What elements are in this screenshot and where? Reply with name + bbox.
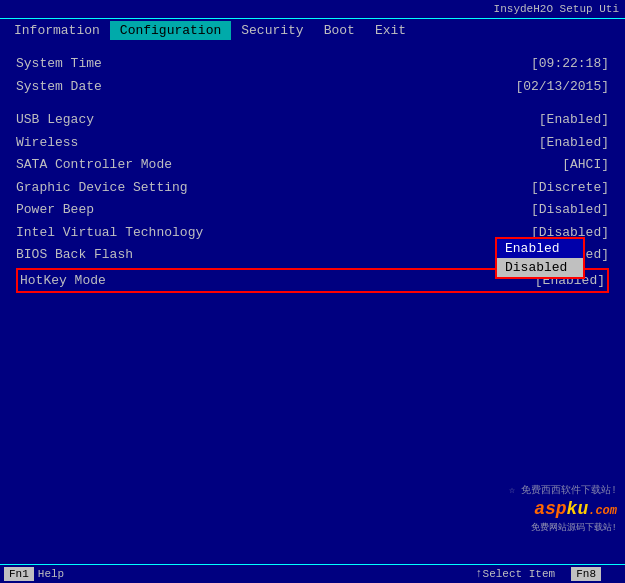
watermark-logo-icon: ☆ (509, 485, 515, 496)
option-disabled[interactable]: Disabled (497, 258, 583, 277)
menu-configuration[interactable]: Configuration (110, 21, 231, 40)
hotkey-dropdown[interactable]: Enabled Disabled (495, 237, 585, 279)
menu-boot[interactable]: Boot (314, 21, 365, 40)
label-intel-vt: Intel Virtual Technology (16, 223, 203, 243)
label-select-item: Select Item (483, 568, 556, 580)
label-system-date: System Date (16, 77, 102, 97)
menu-information[interactable]: Information (4, 21, 110, 40)
watermark-sub-text: 免费网站源码下载站! (531, 521, 617, 534)
key-fn8: Fn8 (571, 567, 601, 581)
label-sata-controller: SATA Controller Mode (16, 155, 172, 175)
value-graphic-device: [Discrete] (531, 178, 609, 198)
value-wireless: [Enabled] (539, 133, 609, 153)
label-system-time: System Time (16, 54, 102, 74)
label-bios-back-flash: BIOS Back Flash (16, 245, 133, 265)
watermark: ☆ 免费西西软件下载站! aspku.com 免费网站源码下载站! (509, 483, 617, 534)
watermark-brand-ku: ku (567, 499, 589, 519)
menu-security[interactable]: Security (231, 21, 313, 40)
watermark-brand-com: .com (588, 504, 617, 518)
row-usb-legacy: USB Legacy [Enabled] (16, 110, 609, 130)
menu-bar: Information Configuration Security Boot … (0, 19, 625, 42)
row-spacer (16, 99, 609, 107)
bottom-bar: Fn1 Help ↑ Select Item Fn8 (0, 564, 625, 583)
row-power-beep: Power Beep [Disabled] (16, 200, 609, 220)
top-bar: InsydeH2O Setup Uti (0, 0, 625, 19)
row-system-date: System Date [02/13/2015] (16, 77, 609, 97)
value-system-date: [02/13/2015] (515, 77, 609, 97)
value-sata-controller: [AHCI] (562, 155, 609, 175)
key-fn1: Fn1 (4, 567, 34, 581)
arrow-up-icon: ↑ (475, 567, 482, 581)
brand-label: InsydeH2O Setup Uti (494, 3, 619, 15)
value-system-time: [09:22:18] (531, 54, 609, 74)
option-enabled[interactable]: Enabled (497, 239, 583, 258)
row-graphic-device: Graphic Device Setting [Discrete] (16, 178, 609, 198)
main-content: System Time [09:22:18] System Date [02/1… (0, 42, 625, 564)
bios-screen: InsydeH2O Setup Uti Information Configur… (0, 0, 625, 583)
menu-exit[interactable]: Exit (365, 21, 416, 40)
label-usb-legacy: USB Legacy (16, 110, 94, 130)
watermark-brand-asp: asp (534, 499, 566, 519)
label-hotkey-mode: HotKey Mode (20, 271, 106, 291)
row-wireless: Wireless [Enabled] (16, 133, 609, 153)
row-system-time: System Time [09:22:18] (16, 54, 609, 74)
value-usb-legacy: [Enabled] (539, 110, 609, 130)
label-help: Help (38, 568, 64, 580)
watermark-top-text: ☆ 免费西西软件下载站! (509, 483, 617, 497)
label-graphic-device: Graphic Device Setting (16, 178, 188, 198)
row-sata-controller: SATA Controller Mode [AHCI] (16, 155, 609, 175)
value-power-beep: [Disabled] (531, 200, 609, 220)
label-wireless: Wireless (16, 133, 78, 153)
watermark-brand: aspku.com (534, 499, 617, 519)
label-power-beep: Power Beep (16, 200, 94, 220)
